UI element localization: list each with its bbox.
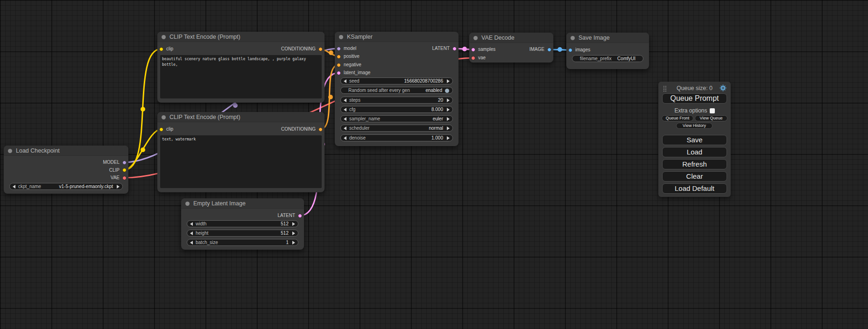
widget-steps[interactable]: steps 20 — [340, 97, 453, 104]
node-canvas[interactable]: Load Checkpoint MODEL CLIP VAE ckpt_name… — [0, 0, 868, 329]
widget-cfg[interactable]: cfg 8.000 — [340, 106, 453, 113]
load-default-button[interactable]: Load Default — [662, 183, 727, 194]
output-port-conditioning[interactable] — [318, 47, 323, 51]
load-button[interactable]: Load — [662, 147, 727, 157]
wire-clip-2-dot[interactable] — [141, 147, 145, 152]
output-port-latent[interactable] — [298, 214, 302, 218]
input-port-clip[interactable] — [159, 127, 163, 132]
view-history-button[interactable]: View History — [676, 123, 713, 129]
collapse-dot-icon[interactable] — [473, 36, 478, 40]
output-port-model[interactable] — [122, 161, 127, 165]
toggle-indicator[interactable] — [445, 89, 449, 93]
input-label-samples: samples — [478, 47, 495, 52]
widget-sampler-name[interactable]: sampler_name euler — [340, 115, 453, 122]
decrement-arrow-icon[interactable] — [344, 117, 346, 121]
node-title-bar[interactable]: Load Checkpoint — [4, 146, 128, 156]
increment-arrow-icon[interactable] — [117, 185, 120, 189]
node-clip-text-encode-positive[interactable]: CLIP Text Encode (Prompt) clip CONDITION… — [157, 32, 325, 103]
wire-positive-dot[interactable] — [329, 50, 333, 55]
settings-gear-icon[interactable] — [720, 84, 727, 91]
node-title-bar[interactable]: VAE Decode — [469, 33, 553, 43]
output-port-image[interactable] — [547, 48, 551, 52]
widget-filename-prefix[interactable]: filename_prefix ComfyUI — [572, 55, 643, 62]
wire-clip-1[interactable] — [124, 49, 161, 170]
collapse-dot-icon[interactable] — [339, 35, 343, 39]
widget-scheduler[interactable]: scheduler normal — [340, 125, 453, 132]
wire-clip-2[interactable] — [124, 129, 161, 170]
widget-random-seed-toggle[interactable]: Random seed after every gen enabled — [340, 87, 453, 94]
node-title-bar[interactable]: KSampler — [335, 32, 459, 42]
node-load-checkpoint[interactable]: Load Checkpoint MODEL CLIP VAE ckpt_name… — [4, 146, 128, 194]
wire-image-dot[interactable] — [557, 47, 562, 52]
widget-value: 512 — [281, 221, 289, 226]
node-title-bar[interactable]: CLIP Text Encode (Prompt) — [157, 32, 325, 42]
node-vae-decode[interactable]: VAE Decode samples vae IMAGE — [469, 33, 553, 63]
queue-prompt-button[interactable]: Queue Prompt — [662, 93, 727, 104]
decrement-arrow-icon[interactable] — [344, 126, 346, 130]
widget-height[interactable]: height 512 — [187, 230, 298, 237]
wire-negative-dot[interactable] — [328, 95, 333, 99]
decrement-arrow-icon[interactable] — [190, 231, 193, 235]
queue-front-button[interactable]: Queue Front — [662, 115, 693, 121]
node-clip-text-encode-negative[interactable]: CLIP Text Encode (Prompt) clip CONDITION… — [157, 112, 325, 192]
output-port-clip[interactable] — [122, 168, 127, 172]
prompt-textarea[interactable]: text, watermark — [160, 135, 322, 188]
widget-denoise[interactable]: denoise 1.000 — [340, 134, 453, 141]
widget-width[interactable]: width 512 — [187, 220, 298, 227]
collapse-dot-icon[interactable] — [571, 36, 575, 40]
decrement-arrow-icon[interactable] — [344, 79, 346, 83]
input-port-vae[interactable] — [471, 56, 475, 60]
node-title-bar[interactable]: Empty Latent Image — [181, 198, 304, 209]
increment-arrow-icon[interactable] — [447, 117, 450, 121]
increment-arrow-icon[interactable] — [447, 126, 450, 130]
input-port-clip[interactable] — [159, 47, 163, 51]
wire-model-dot[interactable] — [233, 103, 238, 108]
widget-batch-size[interactable]: batch_size 1 — [187, 239, 298, 246]
output-port-latent[interactable] — [452, 47, 457, 51]
node-ksampler[interactable]: KSampler model positive negative latent_… — [335, 32, 459, 146]
collapse-dot-icon[interactable] — [8, 149, 12, 153]
increment-arrow-icon[interactable] — [447, 98, 450, 102]
input-port-latent-image[interactable] — [337, 71, 341, 75]
input-port-samples[interactable] — [471, 48, 475, 52]
node-empty-latent-image[interactable]: Empty Latent Image LATENT width 512 heig… — [181, 198, 304, 250]
increment-arrow-icon[interactable] — [292, 231, 295, 235]
increment-arrow-icon[interactable] — [292, 222, 295, 226]
collapse-dot-icon[interactable] — [162, 35, 166, 39]
input-label-positive: positive — [344, 54, 360, 59]
node-save-image[interactable]: Save Image images filename_prefix ComfyU… — [566, 33, 649, 69]
view-queue-button[interactable]: View Queue — [695, 115, 727, 121]
node-title-bar[interactable]: Save Image — [566, 33, 649, 43]
wire-clip-1-dot[interactable] — [141, 107, 145, 112]
wire-latent-out-dot[interactable] — [462, 47, 467, 51]
decrement-arrow-icon[interactable] — [344, 108, 346, 112]
output-port-vae[interactable] — [122, 176, 127, 180]
refresh-button[interactable]: Refresh — [662, 159, 727, 169]
widget-value: 156680208700286 — [404, 78, 443, 84]
widget-label: sampler_name — [349, 116, 380, 121]
decrement-arrow-icon[interactable] — [190, 241, 193, 245]
widget-label: scheduler — [349, 126, 369, 131]
decrement-arrow-icon[interactable] — [344, 98, 346, 102]
decrement-arrow-icon[interactable] — [13, 185, 15, 189]
widget-ckpt-name[interactable]: ckpt_name v1-5-pruned-emaonly.ckpt — [9, 183, 123, 190]
decrement-arrow-icon[interactable] — [190, 222, 193, 226]
increment-arrow-icon[interactable] — [447, 136, 450, 140]
widget-seed[interactable]: seed 156680208700286 — [340, 77, 453, 84]
increment-arrow-icon[interactable] — [447, 79, 450, 83]
increment-arrow-icon[interactable] — [447, 108, 450, 112]
input-port-images[interactable] — [568, 48, 572, 52]
node-title-bar[interactable]: CLIP Text Encode (Prompt) — [157, 112, 325, 122]
collapse-dot-icon[interactable] — [162, 115, 166, 119]
input-port-positive[interactable] — [337, 55, 341, 59]
input-port-negative[interactable] — [337, 63, 341, 67]
save-button[interactable]: Save — [662, 135, 727, 145]
output-port-conditioning[interactable] — [318, 127, 323, 132]
extra-options-checkbox[interactable] — [710, 108, 715, 113]
decrement-arrow-icon[interactable] — [344, 136, 346, 140]
prompt-textarea[interactable]: beautiful scenery nature glass bottle la… — [160, 55, 322, 98]
increment-arrow-icon[interactable] — [292, 241, 295, 245]
clear-button[interactable]: Clear — [662, 171, 727, 182]
input-port-model[interactable] — [337, 47, 341, 51]
collapse-dot-icon[interactable] — [185, 202, 190, 206]
